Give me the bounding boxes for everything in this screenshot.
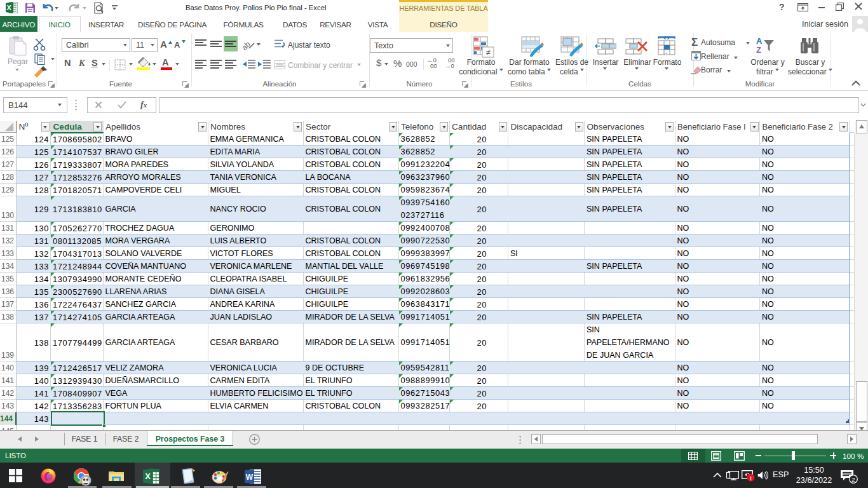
svg-text:Z: Z: [756, 45, 761, 55]
svg-text:X: X: [7, 4, 12, 11]
svg-text:2: 2: [851, 476, 855, 483]
svg-text:A: A: [756, 36, 763, 46]
svg-text:≠: ≠: [485, 48, 490, 57]
svg-text:ab: ab: [243, 39, 252, 51]
svg-text:X: X: [145, 471, 151, 481]
svg-text:!: !: [750, 475, 752, 482]
svg-text:W: W: [246, 473, 254, 482]
